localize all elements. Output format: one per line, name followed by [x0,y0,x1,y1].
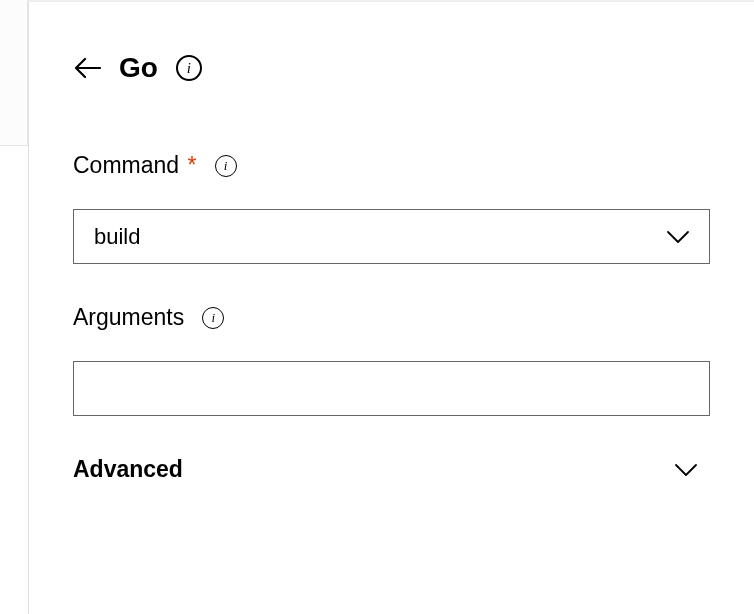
left-strip [0,0,28,146]
arrow-left-icon [73,56,101,80]
arguments-label: Arguments [73,304,184,331]
command-field-group: Command * i build [73,152,710,264]
required-indicator: * [188,152,197,178]
arguments-field-group: Arguments i [73,304,710,416]
info-icon[interactable]: i [202,307,224,329]
advanced-toggle[interactable]: Advanced [73,456,710,483]
command-select[interactable]: build [73,209,710,264]
command-label-row: Command * i [73,152,710,179]
panel-header: Go i [73,52,710,84]
command-select-wrap: build [73,209,710,264]
advanced-label: Advanced [73,456,183,483]
back-button[interactable] [73,54,101,82]
task-config-panel: Go i Command * i build Arguments i Advan… [28,2,754,614]
command-label: Command * [73,152,197,179]
info-icon[interactable]: i [176,55,202,81]
arguments-input[interactable] [73,361,710,416]
command-select-value: build [94,224,140,250]
info-icon[interactable]: i [215,155,237,177]
chevron-down-icon [674,463,698,477]
page-title: Go [119,52,158,84]
arguments-label-row: Arguments i [73,304,710,331]
